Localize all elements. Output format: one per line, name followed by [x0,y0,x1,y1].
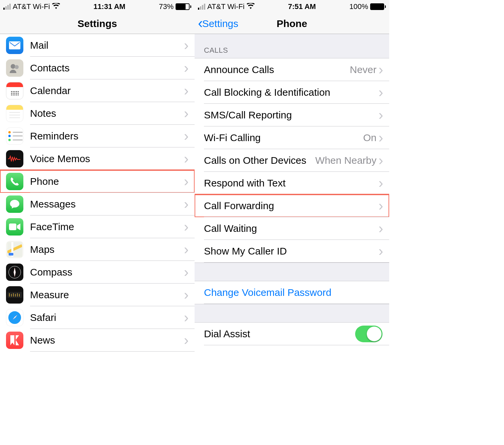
row-label: Wi-Fi Calling [204,132,363,143]
notes-icon [6,105,23,122]
contacts-icon [6,59,23,77]
row-label: Voice Memos [30,153,184,164]
phone-row-show-my-caller-id[interactable]: Show My Caller ID› [195,240,389,263]
row-label: Respond with Text [204,177,379,189]
chevron-right-icon: › [184,288,189,302]
row-label: Maps [30,244,184,255]
wifi-icon [52,3,60,11]
dial-assist-cell[interactable]: Dial Assist [195,323,389,345]
carrier-label: AT&T Wi-Fi [207,2,245,11]
row-label: Messages [30,198,184,210]
measure-icon [6,286,23,304]
row-label: Calls on Other Devices [204,155,315,166]
chevron-right-icon: › [184,174,189,188]
phone-row-sms-call-reporting[interactable]: SMS/Call Reporting› [195,104,389,126]
chevron-right-icon: › [379,221,383,236]
settings-row-safari[interactable]: Safari› [0,306,195,329]
settings-screen: AT&T Wi-Fi 11:31 AM 73% Settings Mail›Co… [0,0,195,445]
settings-row-reminders[interactable]: Reminders› [0,125,195,147]
back-button[interactable]: ‹ Settings [198,17,238,30]
settings-row-calendar[interactable]: Calendar› [0,79,195,102]
chevron-right-icon: › [184,243,189,257]
carrier-label: AT&T Wi-Fi [13,2,50,11]
battery-icon [370,3,386,10]
row-label: Call Waiting [204,223,379,234]
back-label: Settings [202,18,238,29]
chevron-right-icon: › [379,153,383,167]
row-label: News [30,335,184,346]
chevron-right-icon: › [184,38,189,52]
row-value: When Nearby [315,155,376,166]
page-title: Phone [277,18,307,29]
row-label: Call Blocking & Identification [204,87,379,98]
chevron-right-icon: › [184,129,189,143]
settings-row-contacts[interactable]: Contacts› [0,57,195,79]
phone-icon [6,173,23,190]
row-label: SMS/Call Reporting [204,109,379,121]
row-label: FaceTime [30,221,184,233]
change-voicemail-password-cell[interactable]: Change Voicemail Password [195,281,389,304]
phone-row-wi-fi-calling[interactable]: Wi-Fi CallingOn› [195,126,389,149]
settings-row-facetime[interactable]: FaceTime› [0,215,195,238]
phone-row-call-blocking-identification[interactable]: Call Blocking & Identification› [195,81,389,104]
facetime-icon [6,218,23,236]
phone-row-calls-on-other-devices[interactable]: Calls on Other DevicesWhen Nearby› [195,149,389,172]
settings-row-voice-memos[interactable]: Voice Memos› [0,147,195,170]
settings-row-mail[interactable]: Mail› [0,34,195,57]
battery-percent: 73% [159,2,174,11]
row-value: Never [350,64,376,75]
chevron-right-icon: › [184,106,189,120]
row-label: Show My Caller ID [204,246,379,257]
phone-row-respond-with-text[interactable]: Respond with Text› [195,172,389,194]
signal-icon [3,4,11,10]
page-title: Settings [77,18,117,29]
chevron-right-icon: › [379,63,383,77]
settings-row-phone[interactable]: Phone› [0,170,195,193]
svg-rect-6 [9,224,16,230]
row-label: Calendar [30,85,184,96]
clock: 7:51 AM [288,2,316,11]
row-label: Contacts [30,62,184,74]
phone-row-call-forwarding[interactable]: Call Forwarding› [195,194,389,217]
section-header-calls: CALLS [195,34,389,58]
settings-row-notes[interactable]: Notes› [0,102,195,125]
settings-row-messages[interactable]: Messages› [0,193,195,215]
safari-icon [6,309,23,326]
messages-icon [6,195,23,213]
chevron-right-icon: › [184,265,189,279]
voicememos-icon [6,150,23,167]
row-label: Phone [30,176,184,187]
phone-row-announce-calls[interactable]: Announce CallsNever› [195,58,389,81]
battery-percent: 100% [349,2,368,11]
settings-row-news[interactable]: News› [0,329,195,352]
phone-settings-list[interactable]: CALLS Announce CallsNever›Call Blocking … [195,34,389,445]
row-label: Announce Calls [204,64,350,75]
nav-header: ‹ Settings Phone [195,13,389,34]
chevron-right-icon: › [379,199,383,213]
chevron-right-icon: › [379,131,383,145]
row-label: Mail [30,40,184,51]
settings-list[interactable]: Mail›Contacts›Calendar›Notes›Reminders›V… [0,34,195,445]
compass-icon [6,264,23,281]
settings-row-measure[interactable]: Measure› [0,284,195,306]
signal-icon [198,4,205,10]
clock: 11:31 AM [93,2,125,11]
status-bar: AT&T Wi-Fi 11:31 AM 73% [0,0,195,13]
chevron-right-icon: › [379,244,383,258]
change-voicemail-password-label: Change Voicemail Password [204,287,389,298]
status-bar: AT&T Wi-Fi 7:51 AM 100% [195,0,389,13]
dial-assist-toggle[interactable] [355,326,383,342]
chevron-right-icon: › [184,152,189,166]
calendar-icon [6,82,23,99]
svg-rect-8 [9,253,13,256]
section-gap [195,263,389,281]
row-label: Safari [30,312,184,323]
settings-row-maps[interactable]: Maps› [0,238,195,261]
svg-point-2 [15,65,19,69]
mail-icon [6,37,23,54]
wifi-icon [247,3,255,11]
phone-settings-screen: AT&T Wi-Fi 7:51 AM 100% ‹ Settings Phone… [195,0,389,445]
phone-row-call-waiting[interactable]: Call Waiting› [195,217,389,240]
settings-row-compass[interactable]: Compass› [0,261,195,284]
chevron-right-icon: › [184,333,189,347]
